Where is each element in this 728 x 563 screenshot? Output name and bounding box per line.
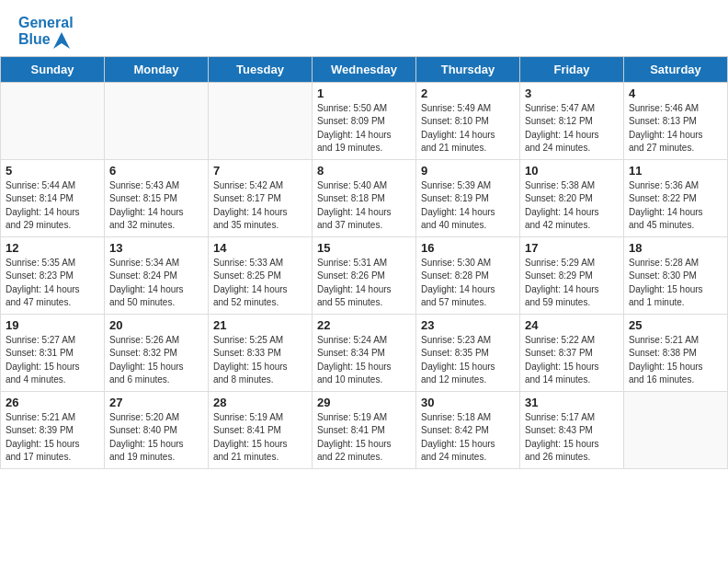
svg-marker-0: [53, 32, 70, 49]
day-number: 22: [317, 318, 411, 332]
calendar-cell: 30Sunrise: 5:18 AM Sunset: 8:42 PM Dayli…: [416, 391, 520, 468]
day-number: 13: [109, 241, 203, 255]
calendar-cell: 2Sunrise: 5:49 AM Sunset: 8:10 PM Daylig…: [416, 82, 520, 159]
calendar-cell: 5Sunrise: 5:44 AM Sunset: 8:14 PM Daylig…: [1, 159, 105, 236]
day-info: Sunrise: 5:44 AM Sunset: 8:14 PM Dayligh…: [6, 179, 99, 233]
calendar-table: SundayMondayTuesdayWednesdayThursdayFrid…: [0, 56, 728, 469]
day-number: 1: [317, 86, 411, 100]
calendar-cell: 26Sunrise: 5:21 AM Sunset: 8:39 PM Dayli…: [1, 391, 105, 468]
day-info: Sunrise: 5:29 AM Sunset: 8:29 PM Dayligh…: [525, 257, 619, 310]
calendar-cell: [624, 391, 728, 468]
day-number: 11: [629, 164, 722, 178]
weekday-header-thursday: Thursday: [416, 56, 520, 82]
day-number: 8: [317, 164, 411, 178]
day-info: Sunrise: 5:31 AM Sunset: 8:26 PM Dayligh…: [317, 257, 411, 310]
calendar-cell: 15Sunrise: 5:31 AM Sunset: 8:26 PM Dayli…: [313, 236, 416, 314]
day-number: 14: [213, 241, 307, 255]
calendar-cell: 4Sunrise: 5:46 AM Sunset: 8:13 PM Daylig…: [624, 82, 728, 159]
day-info: Sunrise: 5:43 AM Sunset: 8:15 PM Dayligh…: [109, 179, 203, 233]
day-info: Sunrise: 5:47 AM Sunset: 8:12 PM Dayligh…: [525, 102, 619, 155]
weekday-header-tuesday: Tuesday: [209, 56, 313, 82]
day-info: Sunrise: 5:22 AM Sunset: 8:37 PM Dayligh…: [525, 334, 619, 387]
calendar-cell: 31Sunrise: 5:17 AM Sunset: 8:43 PM Dayli…: [520, 391, 624, 468]
week-row-2: 5Sunrise: 5:44 AM Sunset: 8:14 PM Daylig…: [1, 159, 728, 236]
calendar-cell: 22Sunrise: 5:24 AM Sunset: 8:34 PM Dayli…: [313, 314, 416, 391]
day-info: Sunrise: 5:21 AM Sunset: 8:38 PM Dayligh…: [629, 334, 722, 387]
day-number: 6: [109, 164, 203, 178]
day-number: 19: [6, 318, 99, 332]
calendar-cell: 3Sunrise: 5:47 AM Sunset: 8:12 PM Daylig…: [520, 82, 624, 159]
day-info: Sunrise: 5:40 AM Sunset: 8:18 PM Dayligh…: [317, 179, 411, 233]
calendar-cell: 11Sunrise: 5:36 AM Sunset: 8:22 PM Dayli…: [624, 159, 728, 236]
day-number: 12: [6, 241, 99, 255]
day-number: 5: [6, 164, 99, 178]
calendar-cell: 28Sunrise: 5:19 AM Sunset: 8:41 PM Dayli…: [209, 391, 313, 468]
calendar-cell: 23Sunrise: 5:23 AM Sunset: 8:35 PM Dayli…: [416, 314, 520, 391]
logo-blue: Blue: [18, 31, 74, 48]
calendar-cell: [1, 82, 105, 159]
day-info: Sunrise: 5:17 AM Sunset: 8:43 PM Dayligh…: [525, 411, 619, 465]
calendar-cell: 6Sunrise: 5:43 AM Sunset: 8:15 PM Daylig…: [105, 159, 209, 236]
day-info: Sunrise: 5:25 AM Sunset: 8:33 PM Dayligh…: [213, 334, 307, 387]
week-row-1: 1Sunrise: 5:50 AM Sunset: 8:09 PM Daylig…: [1, 82, 728, 159]
day-info: Sunrise: 5:30 AM Sunset: 8:28 PM Dayligh…: [421, 257, 515, 310]
day-info: Sunrise: 5:46 AM Sunset: 8:13 PM Dayligh…: [629, 102, 722, 155]
day-number: 27: [109, 396, 203, 409]
day-number: 28: [213, 396, 307, 409]
day-info: Sunrise: 5:42 AM Sunset: 8:17 PM Dayligh…: [213, 179, 307, 233]
calendar-cell: [209, 82, 313, 159]
logo-arrow-icon: [53, 32, 70, 49]
weekday-header-row: SundayMondayTuesdayWednesdayThursdayFrid…: [1, 56, 728, 82]
day-number: 17: [525, 241, 619, 255]
calendar-cell: [105, 82, 209, 159]
week-row-5: 26Sunrise: 5:21 AM Sunset: 8:39 PM Dayli…: [1, 391, 728, 468]
page-header: General Blue: [0, 0, 728, 56]
day-number: 31: [525, 396, 619, 409]
day-info: Sunrise: 5:33 AM Sunset: 8:25 PM Dayligh…: [213, 257, 307, 310]
day-number: 21: [213, 318, 307, 332]
weekday-header-friday: Friday: [520, 56, 624, 82]
day-info: Sunrise: 5:24 AM Sunset: 8:34 PM Dayligh…: [317, 334, 411, 387]
day-info: Sunrise: 5:23 AM Sunset: 8:35 PM Dayligh…: [421, 334, 515, 387]
calendar-cell: 19Sunrise: 5:27 AM Sunset: 8:31 PM Dayli…: [1, 314, 105, 391]
day-number: 29: [317, 396, 411, 409]
calendar-cell: 14Sunrise: 5:33 AM Sunset: 8:25 PM Dayli…: [209, 236, 313, 314]
day-number: 24: [525, 318, 619, 332]
day-number: 30: [421, 396, 515, 409]
day-number: 16: [421, 241, 515, 255]
day-info: Sunrise: 5:49 AM Sunset: 8:10 PM Dayligh…: [421, 102, 515, 155]
calendar-cell: 20Sunrise: 5:26 AM Sunset: 8:32 PM Dayli…: [105, 314, 209, 391]
calendar-cell: 18Sunrise: 5:28 AM Sunset: 8:30 PM Dayli…: [624, 236, 728, 314]
day-info: Sunrise: 5:38 AM Sunset: 8:20 PM Dayligh…: [525, 179, 619, 233]
day-number: 4: [629, 86, 722, 100]
day-info: Sunrise: 5:50 AM Sunset: 8:09 PM Dayligh…: [317, 102, 411, 155]
calendar-cell: 1Sunrise: 5:50 AM Sunset: 8:09 PM Daylig…: [313, 82, 416, 159]
logo-general: General: [18, 15, 74, 31]
week-row-3: 12Sunrise: 5:35 AM Sunset: 8:23 PM Dayli…: [1, 236, 728, 314]
calendar-cell: 12Sunrise: 5:35 AM Sunset: 8:23 PM Dayli…: [1, 236, 105, 314]
logo: General Blue: [18, 15, 77, 49]
day-number: 18: [629, 241, 722, 255]
day-number: 3: [525, 86, 619, 100]
calendar-cell: 9Sunrise: 5:39 AM Sunset: 8:19 PM Daylig…: [416, 159, 520, 236]
day-info: Sunrise: 5:18 AM Sunset: 8:42 PM Dayligh…: [421, 411, 515, 465]
day-info: Sunrise: 5:28 AM Sunset: 8:30 PM Dayligh…: [629, 257, 722, 310]
day-info: Sunrise: 5:20 AM Sunset: 8:40 PM Dayligh…: [109, 411, 203, 465]
day-info: Sunrise: 5:36 AM Sunset: 8:22 PM Dayligh…: [629, 179, 722, 233]
day-number: 15: [317, 241, 411, 255]
day-info: Sunrise: 5:19 AM Sunset: 8:41 PM Dayligh…: [317, 411, 411, 465]
weekday-header-monday: Monday: [105, 56, 209, 82]
calendar-cell: 21Sunrise: 5:25 AM Sunset: 8:33 PM Dayli…: [209, 314, 313, 391]
day-number: 7: [213, 164, 307, 178]
calendar-cell: 10Sunrise: 5:38 AM Sunset: 8:20 PM Dayli…: [520, 159, 624, 236]
day-info: Sunrise: 5:39 AM Sunset: 8:19 PM Dayligh…: [421, 179, 515, 233]
calendar-cell: 13Sunrise: 5:34 AM Sunset: 8:24 PM Dayli…: [105, 236, 209, 314]
day-number: 2: [421, 86, 515, 100]
day-info: Sunrise: 5:34 AM Sunset: 8:24 PM Dayligh…: [109, 257, 203, 310]
weekday-header-sunday: Sunday: [1, 56, 105, 82]
calendar-cell: 16Sunrise: 5:30 AM Sunset: 8:28 PM Dayli…: [416, 236, 520, 314]
day-info: Sunrise: 5:19 AM Sunset: 8:41 PM Dayligh…: [213, 411, 307, 465]
day-number: 23: [421, 318, 515, 332]
day-number: 26: [6, 396, 99, 409]
calendar-cell: 7Sunrise: 5:42 AM Sunset: 8:17 PM Daylig…: [209, 159, 313, 236]
